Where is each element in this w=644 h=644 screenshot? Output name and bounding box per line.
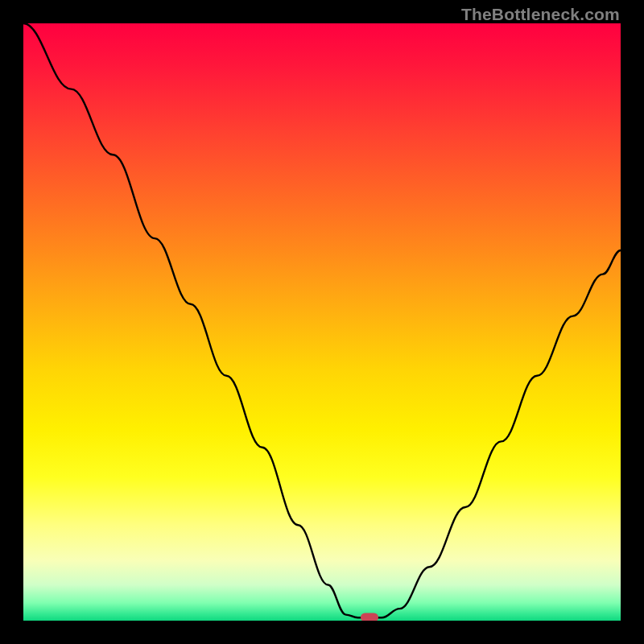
curve-svg: [23, 23, 621, 621]
plot-area: [23, 23, 621, 621]
optimal-marker: [361, 613, 378, 621]
chart-container: TheBottleneck.com: [0, 0, 644, 644]
watermark-text: TheBottleneck.com: [461, 5, 620, 24]
bottleneck-curve-path: [23, 23, 621, 617]
